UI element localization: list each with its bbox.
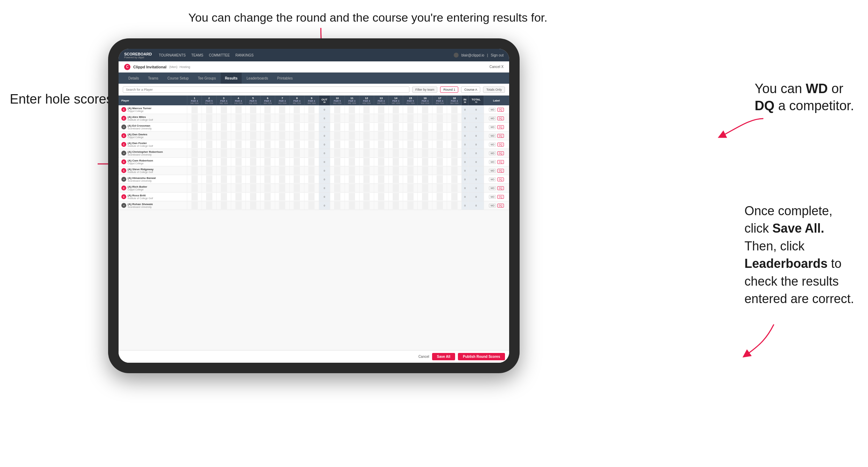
- score-input-h16[interactable]: [422, 149, 428, 157]
- score-hole-15[interactable]: [403, 123, 418, 131]
- score-hole-6[interactable]: [260, 175, 275, 184]
- wd-button[interactable]: WD: [489, 178, 496, 181]
- score-input-h17[interactable]: [437, 114, 443, 122]
- score-hole-4[interactable]: [231, 166, 246, 175]
- score-input-h17[interactable]: [437, 184, 443, 192]
- score-hole-17[interactable]: [432, 114, 447, 123]
- score-hole-17[interactable]: [432, 166, 447, 175]
- tab-teams[interactable]: Teams: [144, 73, 163, 84]
- score-hole-16[interactable]: [418, 140, 432, 149]
- score-input-h13[interactable]: [378, 123, 384, 131]
- score-hole-3[interactable]: [217, 105, 231, 114]
- score-input-h18[interactable]: [451, 202, 458, 209]
- score-hole-2[interactable]: [202, 123, 217, 131]
- score-hole-3[interactable]: [217, 131, 231, 140]
- score-input-h7[interactable]: [279, 114, 285, 122]
- score-hole-2[interactable]: [202, 149, 217, 158]
- score-hole-2[interactable]: [202, 131, 217, 140]
- score-input-h6[interactable]: [264, 123, 271, 131]
- score-hole-15[interactable]: [403, 175, 418, 184]
- score-input-h13[interactable]: [378, 202, 384, 209]
- score-input-h4[interactable]: [235, 158, 242, 166]
- score-input-h16[interactable]: [422, 175, 428, 183]
- dq-button[interactable]: DQ: [497, 178, 504, 181]
- score-input-h12[interactable]: [363, 184, 370, 192]
- score-input-h16[interactable]: [422, 158, 428, 166]
- score-input-h2[interactable]: [206, 141, 212, 148]
- score-hole-5[interactable]: [246, 193, 261, 201]
- score-hole-11[interactable]: [345, 166, 359, 175]
- score-input-h18[interactable]: [451, 158, 458, 166]
- score-hole-12[interactable]: [359, 158, 374, 166]
- sign-out-link[interactable]: |: [487, 53, 488, 57]
- score-input-h13[interactable]: [378, 114, 384, 122]
- score-input-h4[interactable]: [235, 202, 242, 209]
- score-input-h15[interactable]: [407, 106, 414, 113]
- score-hole-6[interactable]: [260, 114, 275, 123]
- score-input-h13[interactable]: [378, 132, 384, 140]
- score-hole-13[interactable]: [374, 114, 388, 123]
- score-input-h9[interactable]: [308, 149, 315, 157]
- score-input-h14[interactable]: [393, 202, 399, 209]
- score-input-h13[interactable]: [378, 175, 384, 183]
- score-hole-18[interactable]: [447, 193, 462, 201]
- score-input-h10[interactable]: [334, 114, 340, 122]
- score-hole-9[interactable]: [304, 175, 319, 184]
- score-hole-11[interactable]: [345, 193, 359, 201]
- score-input-h15[interactable]: [407, 193, 414, 201]
- score-hole-7[interactable]: [275, 166, 289, 175]
- score-hole-14[interactable]: [388, 184, 403, 193]
- score-hole-17[interactable]: [432, 184, 447, 193]
- score-input-h8[interactable]: [294, 114, 300, 122]
- tab-results[interactable]: Results: [221, 73, 242, 84]
- score-input-h2[interactable]: [206, 184, 212, 192]
- score-input-h11[interactable]: [349, 175, 355, 183]
- score-hole-2[interactable]: [202, 184, 217, 193]
- tab-leaderboards[interactable]: Leaderboards: [242, 73, 272, 84]
- score-hole-17[interactable]: [432, 201, 447, 210]
- score-input-h4[interactable]: [235, 132, 242, 140]
- score-input-h12[interactable]: [363, 158, 370, 166]
- score-input-h1[interactable]: [191, 132, 198, 140]
- score-hole-16[interactable]: [418, 149, 432, 158]
- score-input-h5[interactable]: [250, 202, 256, 209]
- score-hole-1[interactable]: [187, 140, 202, 149]
- score-hole-6[interactable]: [260, 131, 275, 140]
- score-hole-18[interactable]: [447, 123, 462, 131]
- score-input-h18[interactable]: [451, 193, 458, 201]
- score-hole-12[interactable]: [359, 201, 374, 210]
- score-hole-12[interactable]: [359, 123, 374, 131]
- score-hole-18[interactable]: [447, 158, 462, 166]
- score-hole-12[interactable]: [359, 193, 374, 201]
- score-input-h6[interactable]: [264, 114, 271, 122]
- score-hole-4[interactable]: [231, 123, 246, 131]
- score-hole-1[interactable]: [187, 114, 202, 123]
- score-input-h5[interactable]: [250, 114, 256, 122]
- score-input-h2[interactable]: [206, 132, 212, 140]
- score-input-h17[interactable]: [437, 202, 443, 209]
- score-input-h7[interactable]: [279, 106, 285, 113]
- score-input-h15[interactable]: [407, 123, 414, 131]
- score-hole-13[interactable]: [374, 166, 388, 175]
- score-hole-4[interactable]: [231, 201, 246, 210]
- score-hole-12[interactable]: [359, 114, 374, 123]
- score-hole-7[interactable]: [275, 175, 289, 184]
- score-input-h8[interactable]: [294, 123, 300, 131]
- score-input-h5[interactable]: [250, 141, 256, 148]
- score-hole-5[interactable]: [246, 114, 261, 123]
- score-hole-14[interactable]: [388, 175, 403, 184]
- score-hole-2[interactable]: [202, 105, 217, 114]
- wd-button[interactable]: WD: [489, 204, 496, 208]
- score-input-h17[interactable]: [437, 158, 443, 166]
- score-input-h5[interactable]: [250, 167, 256, 174]
- score-input-h16[interactable]: [422, 193, 428, 201]
- score-hole-13[interactable]: [374, 105, 388, 114]
- score-hole-10[interactable]: [330, 105, 345, 114]
- filter-by-team-button[interactable]: Filter by team: [412, 86, 438, 93]
- score-hole-13[interactable]: [374, 123, 388, 131]
- score-hole-14[interactable]: [388, 123, 403, 131]
- score-input-h6[interactable]: [264, 132, 271, 140]
- score-hole-10[interactable]: [330, 149, 345, 158]
- score-input-h7[interactable]: [279, 175, 285, 183]
- score-hole-11[interactable]: [345, 149, 359, 158]
